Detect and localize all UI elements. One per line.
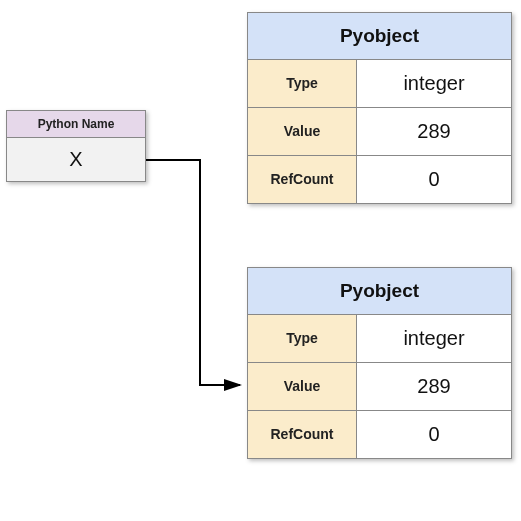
pyobject-title: Pyobject (247, 12, 512, 60)
pyobject-row-value: 0 (357, 411, 512, 459)
python-name-header: Python Name (7, 111, 145, 138)
pyobject-row-label: Value (247, 363, 357, 411)
pyobject-row-type: Type integer (247, 315, 512, 363)
pyobject-row-label: RefCount (247, 411, 357, 459)
pyobject-row-label: Type (247, 60, 357, 108)
pyobject-row-value: 289 (357, 363, 512, 411)
pyobject-row-type: Type integer (247, 60, 512, 108)
pyobject-row-value: integer (357, 60, 512, 108)
pyobject-row-value: Value 289 (247, 108, 512, 156)
pyobject-row-refcount: RefCount 0 (247, 156, 512, 204)
pyobject-row-value: integer (357, 315, 512, 363)
python-name-box: Python Name X (6, 110, 146, 182)
pyobject-row-value: 289 (357, 108, 512, 156)
pyobject-box-1: Pyobject Type integer Value 289 RefCount… (247, 12, 512, 204)
pyobject-row-refcount: RefCount 0 (247, 411, 512, 459)
pyobject-box-2: Pyobject Type integer Value 289 RefCount… (247, 267, 512, 459)
pyobject-row-label: RefCount (247, 156, 357, 204)
python-name-value: X (7, 138, 145, 181)
pyobject-row-value: Value 289 (247, 363, 512, 411)
pyobject-row-value: 0 (357, 156, 512, 204)
pyobject-row-label: Type (247, 315, 357, 363)
pyobject-title: Pyobject (247, 267, 512, 315)
pyobject-row-label: Value (247, 108, 357, 156)
